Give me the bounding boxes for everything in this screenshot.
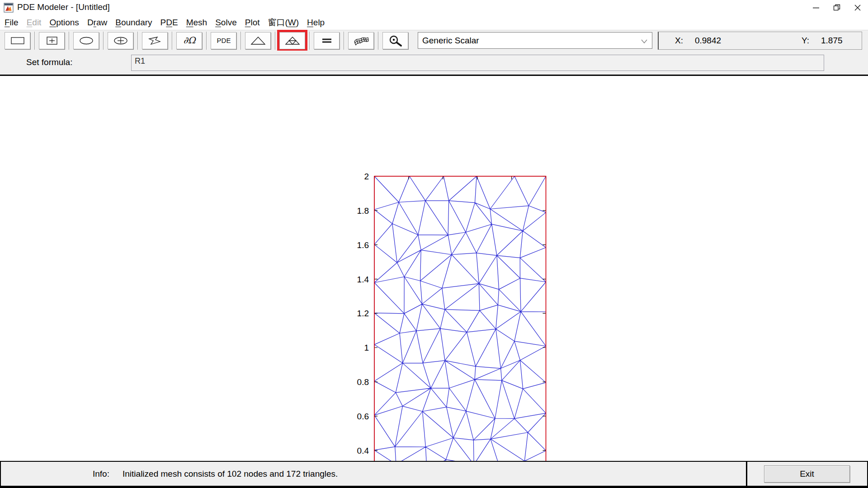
- toolbar-refine-mesh-button[interactable]: [279, 32, 305, 49]
- set-formula-input[interactable]: R1: [131, 55, 824, 71]
- menu-edit[interactable]: Edit: [27, 18, 42, 28]
- minimize-button[interactable]: [806, 0, 826, 15]
- menu-w[interactable]: 窗口(W): [268, 17, 299, 28]
- draw-polygon-icon: [146, 34, 164, 47]
- plot-type-value: Generic Scalar: [422, 36, 479, 46]
- y-tick-label: 1: [364, 343, 369, 352]
- formula-row: Set formula: R1: [0, 51, 868, 75]
- y-tick-label: 0.4: [357, 446, 369, 455]
- draw-ellipse-icon: [78, 34, 95, 47]
- plot-area: 00.20.40.60.8100.20.40.60.811.21.41.61.8…: [0, 76, 868, 461]
- toolbar-pde-mode-button[interactable]: PDE: [211, 32, 236, 49]
- mesh-triangles: [374, 176, 546, 488]
- x-coordinate-value: 0.9842: [695, 36, 721, 46]
- pde-modeler-window: PDE Modeler - [Untitled] FileEditOptions…: [0, 0, 868, 488]
- set-formula-label: Set formula:: [26, 57, 72, 67]
- mesh-plot[interactable]: 00.20.40.60.8100.20.40.60.811.21.41.61.8…: [348, 166, 565, 488]
- toolbar-separator: [172, 32, 173, 50]
- menu-mesh[interactable]: Mesh: [186, 18, 207, 28]
- svg-text:∂Ω: ∂Ω: [183, 35, 196, 46]
- toolbar-separator: [241, 32, 241, 50]
- toolbar-draw-rectangle-button[interactable]: [5, 32, 30, 49]
- plot-type-dropdown[interactable]: Generic Scalar: [418, 32, 652, 49]
- draw-rectangle-centered-icon: [43, 34, 61, 47]
- y-tick-label: 1.2: [357, 309, 369, 318]
- refine-mesh-icon: [284, 34, 301, 47]
- chevron-down-icon: [639, 36, 649, 46]
- x-coordinate-label: X:: [675, 36, 683, 46]
- toolbar-plot-solution-button[interactable]: [348, 32, 374, 49]
- restore-button[interactable]: [826, 0, 847, 15]
- y-tick-label: 0.8: [357, 377, 369, 387]
- boundary-mode-icon: ∂Ω: [181, 34, 198, 47]
- initialize-mesh-icon: [250, 34, 267, 47]
- toolbar-initialize-mesh-button[interactable]: [245, 32, 271, 49]
- info-label: Info:: [93, 469, 109, 479]
- toolbar-separator: [34, 32, 35, 50]
- zoom-icon: [387, 34, 404, 47]
- title-bar: PDE Modeler - [Untitled]: [0, 0, 868, 15]
- pde-mode-icon: PDE: [215, 34, 232, 47]
- toolbar-draw-rectangle-centered-button[interactable]: [39, 32, 65, 49]
- y-tick-label: 1.6: [357, 240, 369, 250]
- statusbar-divider: [746, 461, 747, 487]
- toolbar: ∂ΩPDE Generic Scalar X: 0.9842 Y: 1.875: [0, 30, 868, 51]
- toolbar-separator: [103, 32, 104, 50]
- window-title: PDE Modeler - [Untitled]: [17, 2, 110, 12]
- toolbar-separator: [309, 32, 310, 50]
- menu-bar: FileEditOptionsDrawBoundaryPDEMeshSolveP…: [0, 15, 868, 30]
- draw-ellipse-centered-icon: [112, 34, 129, 47]
- restore-icon: [833, 4, 841, 12]
- y-coordinate-value: 1.875: [821, 36, 843, 46]
- menu-options[interactable]: Options: [49, 18, 79, 28]
- menu-solve[interactable]: Solve: [215, 18, 237, 28]
- plot-solution-icon: [353, 34, 370, 47]
- status-bar: Info: Initialized mesh consists of 102 n…: [0, 461, 868, 488]
- toolbar-separator: [344, 32, 344, 50]
- menu-draw[interactable]: Draw: [87, 18, 107, 28]
- info-message: Initialized mesh consists of 102 nodes a…: [123, 469, 338, 479]
- toolbar-solve-pde-button[interactable]: [314, 32, 340, 49]
- toolbar-separator: [378, 32, 379, 50]
- toolbar-draw-ellipse-button[interactable]: [73, 32, 99, 49]
- menu-pde[interactable]: PDE: [160, 18, 178, 28]
- exit-button[interactable]: Exit: [764, 465, 850, 483]
- minimize-icon: [812, 4, 820, 12]
- y-tick-label: 2: [364, 172, 369, 181]
- toolbar-separator: [137, 32, 138, 50]
- menu-help[interactable]: Help: [307, 18, 325, 28]
- toolbar-buttons: ∂ΩPDE: [5, 32, 408, 50]
- solve-pde-icon: [318, 34, 335, 47]
- y-tick-label: 0.6: [357, 412, 369, 421]
- toolbar-separator: [275, 32, 276, 50]
- toolbar-zoom-button[interactable]: [382, 32, 408, 49]
- menu-boundary[interactable]: Boundary: [115, 18, 152, 28]
- toolbar-separator: [69, 32, 70, 50]
- toolbar-draw-polygon-button[interactable]: [142, 32, 168, 49]
- svg-text:PDE: PDE: [217, 37, 231, 44]
- toolbar-draw-ellipse-centered-button[interactable]: [108, 32, 133, 49]
- toolbar-boundary-mode-button[interactable]: ∂Ω: [176, 32, 202, 49]
- menu-plot[interactable]: Plot: [245, 18, 260, 28]
- draw-rectangle-icon: [9, 34, 26, 47]
- y-coordinate-label: Y:: [802, 36, 809, 46]
- matlab-app-icon: [4, 3, 14, 13]
- close-button[interactable]: [847, 0, 868, 15]
- y-tick-label: 1.4: [357, 275, 369, 284]
- menu-file[interactable]: File: [5, 18, 19, 28]
- y-tick-label: 1.8: [357, 206, 369, 216]
- cursor-coordinates-panel: X: 0.9842 Y: 1.875: [658, 32, 862, 50]
- exit-button-label: Exit: [800, 469, 814, 479]
- close-icon: [854, 4, 862, 12]
- toolbar-separator: [206, 32, 207, 50]
